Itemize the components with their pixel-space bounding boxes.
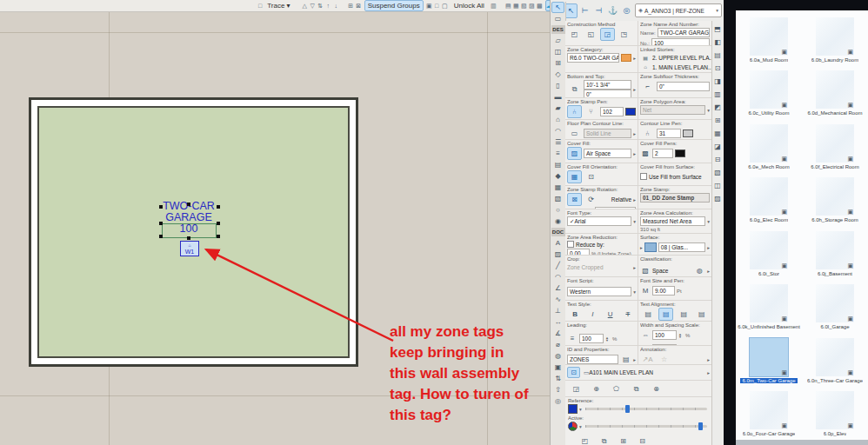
- selection-handle[interactable]: [159, 235, 163, 238]
- favorite-preview[interactable]: ▣: [750, 124, 788, 163]
- fill-orientation-origin-icon[interactable]: ⊡: [584, 170, 598, 183]
- stamp-pen-color-chip[interactable]: [625, 108, 636, 116]
- favorite-item[interactable]: ▣6.0f_Electrical Room: [802, 117, 868, 171]
- favorite-preview[interactable]: ▣: [816, 70, 854, 109]
- radial-dimension-tool-icon[interactable]: ⌀: [551, 339, 564, 350]
- capture-icon[interactable]: ◎: [620, 3, 633, 18]
- curtain-wall-tool-icon[interactable]: ▤: [551, 159, 564, 170]
- contour-pen-color-chip[interactable]: [683, 130, 693, 137]
- lock-others-icon[interactable]: ▢: [441, 1, 449, 10]
- favorite-item[interactable]: ▣6.0c_Utility Room: [736, 64, 802, 118]
- suspend-groups-button[interactable]: Suspend Groups: [364, 0, 424, 11]
- zone-tool-icon[interactable]: ▧: [551, 193, 564, 204]
- align-left-button[interactable]: ▤: [641, 308, 656, 321]
- pick-up-params-icon[interactable]: ◲: [569, 382, 584, 395]
- selection-handle[interactable]: [159, 205, 163, 209]
- favorite-preview[interactable]: ▣: [816, 284, 854, 322]
- favorite-item[interactable]: ▣6.0b_Laundry Room: [802, 10, 868, 64]
- move-up-icon[interactable]: ↑: [324, 1, 332, 10]
- italic-button[interactable]: I: [585, 308, 600, 321]
- cover-fill-select[interactable]: Air Space: [584, 149, 631, 158]
- favorite-item[interactable]: ▣6.0e_Mech Room: [736, 117, 802, 171]
- reference-slider-thumb[interactable]: [625, 405, 630, 413]
- bold-button[interactable]: B: [568, 308, 583, 321]
- rotation-fixed-icon[interactable]: ⊠: [567, 193, 582, 206]
- stamp-pen-input[interactable]: 102: [600, 107, 624, 116]
- reference-slider[interactable]: [585, 408, 707, 410]
- favorite-preview[interactable]: ▣: [816, 124, 854, 163]
- worksheet-tool-icon[interactable]: ▣: [551, 362, 564, 373]
- selection-handle[interactable]: [159, 222, 163, 225]
- favorite-item[interactable]: ▣6.0j_Basement: [802, 224, 868, 278]
- layer-3-icon[interactable]: ▧: [520, 1, 528, 10]
- favorite-item[interactable]: ▣6.0l_Garage: [802, 278, 868, 332]
- layer-5-icon[interactable]: ▩: [536, 1, 544, 10]
- favorite-preview[interactable]: ▣: [750, 17, 788, 56]
- id-input[interactable]: ZONES: [567, 355, 618, 364]
- stack-icon[interactable]: ⊟: [635, 435, 650, 445]
- zone-category-select[interactable]: R6.0 TWO-CAR GARAGE: [567, 53, 619, 63]
- font-size-input[interactable]: 9.00: [652, 286, 675, 296]
- zone-number-input[interactable]: 100: [651, 38, 710, 45]
- settings-tab-9-icon[interactable]: ▦: [711, 127, 724, 140]
- lock-icon[interactable]: ▣: [425, 1, 433, 10]
- settings-tab-2-icon[interactable]: ◧: [711, 36, 724, 49]
- spline-tool-icon[interactable]: ∿: [551, 294, 564, 305]
- unlock-all-button[interactable]: Unlock All: [451, 0, 488, 11]
- camera-tool-icon[interactable]: ◎: [551, 395, 564, 407]
- construction-method-1-icon[interactable]: ◰: [567, 28, 582, 41]
- arrow-tool-icon[interactable]: ↖: [551, 2, 564, 13]
- wall-assembly-tag[interactable]: ⌂ W1: [180, 241, 199, 256]
- layout-link-icon[interactable]: ⊡: [567, 367, 580, 378]
- door-tool-icon[interactable]: ◫: [551, 46, 564, 57]
- shell-tool-icon[interactable]: ◠: [551, 125, 564, 136]
- favorite-item[interactable]: ▣6.0m_Two-Car Garage: [736, 331, 802, 385]
- favorite-preview[interactable]: ▣: [816, 338, 854, 376]
- favorite-item[interactable]: ▣6.0a_Mud Room: [736, 10, 802, 64]
- lamp-tool-icon[interactable]: ◉: [551, 216, 564, 227]
- favorite-preview[interactable]: ▣: [750, 177, 788, 216]
- classification-value[interactable]: Space: [652, 268, 691, 274]
- selection-handle[interactable]: [217, 222, 220, 225]
- subfloor-input[interactable]: 0": [657, 82, 710, 91]
- fill-tool-icon[interactable]: ▨: [551, 249, 564, 260]
- window-tool-icon[interactable]: ⊞: [551, 57, 564, 69]
- drawing-canvas[interactable]: □ Trace ▾ △▽⇅↑↓ ⊞⊠ Suspend Groups ▣□▢ Un…: [0, 0, 550, 445]
- selection-method-icon[interactable]: ⊢: [578, 3, 591, 18]
- favorite-preview[interactable]: ▣: [816, 177, 854, 216]
- ungroup-icon[interactable]: ⊠: [355, 1, 363, 10]
- unlock-icon[interactable]: □: [433, 1, 441, 10]
- globe-icon[interactable]: ◍: [693, 264, 705, 276]
- quick-selection-icon[interactable]: ⊣: [592, 3, 605, 18]
- railing-tool-icon[interactable]: ≡: [551, 148, 564, 159]
- spacing-scale-input[interactable]: 100: [652, 344, 677, 345]
- settings-tab-1-icon[interactable]: ⬒: [711, 23, 724, 36]
- layer-4-icon[interactable]: ▨: [528, 1, 536, 10]
- elevation-tool-icon[interactable]: ⇧: [551, 384, 564, 395]
- zone-name-input[interactable]: TWO-CAR GARAGE: [658, 28, 710, 37]
- stamp-pen-uniform-icon[interactable]: ⑃: [567, 105, 582, 118]
- construction-method-3-icon[interactable]: ◲: [600, 28, 615, 41]
- beam-tool-icon[interactable]: ▬: [551, 91, 564, 103]
- fill-fg-pen-input[interactable]: 2: [652, 149, 673, 158]
- layer-1-icon[interactable]: ▤: [504, 1, 512, 10]
- cover-fill-icon[interactable]: ▨: [567, 147, 582, 160]
- anchor-icon[interactable]: ⚓: [606, 3, 619, 18]
- settings-tab-11-icon[interactable]: ⊟: [711, 153, 724, 166]
- fill-orientation-link-icon[interactable]: ▦: [567, 170, 582, 183]
- active-slider[interactable]: [585, 425, 707, 428]
- favorite-item[interactable]: ▣6.0o_Four-Car Garage: [736, 385, 802, 439]
- skylight-tool-icon[interactable]: ◇: [551, 69, 564, 80]
- favorite-item[interactable]: ▣6.0p_Elev: [802, 385, 868, 439]
- slab-tool-icon[interactable]: ▰: [551, 103, 564, 114]
- magic-wand-icon[interactable]: ▥: [490, 1, 497, 10]
- duplicate-icon[interactable]: ⧉: [629, 382, 644, 395]
- layer-combo[interactable]: ◈ A_ANNO3 | REF-ZONE ▾: [635, 3, 722, 17]
- rotation-free-icon[interactable]: ⟳: [584, 193, 598, 206]
- roof-tool-icon[interactable]: ⌂: [551, 114, 564, 125]
- bottom-offset-input[interactable]: 0": [584, 90, 631, 97]
- grab-icon[interactable]: ◰: [578, 435, 592, 445]
- settings-tab-12-icon[interactable]: ▧: [711, 166, 724, 179]
- favorite-item[interactable]: ▣6.0i_Stor: [736, 224, 802, 278]
- strikethrough-button[interactable]: T: [620, 308, 635, 321]
